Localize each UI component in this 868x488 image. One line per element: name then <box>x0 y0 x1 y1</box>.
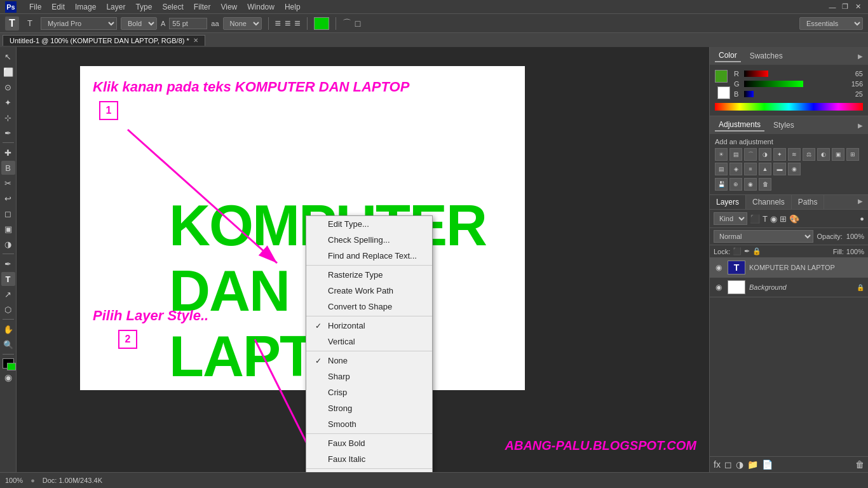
menu-image[interactable]: Image <box>75 3 96 11</box>
channels-tab[interactable]: Channels <box>746 195 792 209</box>
menu-help[interactable]: Help <box>285 3 301 11</box>
adj-curves[interactable]: ⌒ <box>744 148 757 161</box>
layer-item-background[interactable]: ◉ Background 🔒 <box>710 278 868 297</box>
swatches-tab[interactable]: Swatches <box>746 50 787 62</box>
adj-panel-arrow[interactable]: ▶ <box>858 122 863 129</box>
history-tool[interactable]: ↩ <box>1 191 15 205</box>
ctx-edit-type[interactable]: Edit Type... <box>306 216 432 232</box>
adj-levels[interactable]: ▤ <box>729 148 742 161</box>
lock-pixels-button[interactable]: ⬛ <box>733 247 742 255</box>
menu-edit[interactable]: Edit <box>51 3 65 11</box>
layers-tab[interactable]: Layers <box>710 195 746 209</box>
eraser-tool[interactable]: ◻ <box>1 207 15 220</box>
spot-heal-tool[interactable]: ✚ <box>1 146 15 159</box>
brush-tool[interactable]: B <box>1 161 15 175</box>
menu-select[interactable]: Select <box>162 3 183 11</box>
restore-button[interactable]: ❐ <box>840 2 850 12</box>
layer-group-button[interactable]: 📁 <box>747 459 758 470</box>
layer-filter-icon4[interactable]: ⊞ <box>780 214 787 224</box>
background-swatch[interactable] <box>717 86 730 99</box>
font-weight-select[interactable]: Bold <box>121 17 157 30</box>
ctx-horizontal[interactable]: ✓ Horizontal <box>306 318 432 334</box>
tab-close-button[interactable]: ✕ <box>193 37 198 44</box>
adj-hsl[interactable]: ≋ <box>788 148 801 161</box>
gradient-tool[interactable]: ▣ <box>1 222 15 236</box>
color-panel-arrow[interactable]: ▶ <box>858 53 863 60</box>
adj-exposure[interactable]: ◑ <box>759 148 771 161</box>
ctx-convert-paragraph[interactable]: Convert to Paragraph Text <box>306 470 432 472</box>
align-right-button[interactable]: ≡ <box>294 18 300 29</box>
adj-color-balance[interactable]: ⚖ <box>803 148 815 161</box>
workspace-select[interactable]: Essentials <box>799 17 863 30</box>
layers-panel-arrow[interactable]: ▶ <box>853 195 868 209</box>
layer-filter-icon2[interactable]: T <box>763 214 768 224</box>
type-tool[interactable]: T <box>1 272 15 286</box>
ctx-sharp[interactable]: Sharp <box>306 369 432 384</box>
document-tab[interactable]: Untitled-1 @ 100% (KOMPUTER DAN LAPTOP, … <box>3 35 205 46</box>
type-tool-icon[interactable]: T <box>5 17 19 30</box>
move-tool[interactable]: ↖ <box>1 50 15 64</box>
ctx-vertical[interactable]: Vertical <box>306 334 432 349</box>
foreground-color[interactable] <box>3 358 14 369</box>
adjustments-tab[interactable]: Adjustments <box>715 119 764 132</box>
menu-layer[interactable]: Layer <box>106 3 125 11</box>
red-bar[interactable] <box>744 71 841 77</box>
font-size-input[interactable] <box>169 18 207 29</box>
blue-bar[interactable] <box>744 91 841 97</box>
paths-tab[interactable]: Paths <box>792 195 825 209</box>
align-center-button[interactable]: ≡ <box>285 18 290 29</box>
ctx-smooth[interactable]: Smooth <box>306 416 432 432</box>
layer-adj-button[interactable]: ◑ <box>736 459 743 470</box>
blend-mode-select[interactable]: Normal <box>714 230 813 243</box>
ctx-strong[interactable]: Strong <box>306 400 432 416</box>
adj-trash[interactable]: 🗑 <box>759 178 771 191</box>
layer-filter-toggle[interactable]: ● <box>860 215 864 222</box>
menu-view[interactable]: View <box>220 3 237 11</box>
pen-tool[interactable]: ✒ <box>1 257 15 271</box>
ctx-find-replace[interactable]: Find and Replace Text... <box>306 248 432 264</box>
green-bar[interactable] <box>744 81 841 87</box>
ctx-faux-bold[interactable]: Faux Bold <box>306 435 432 451</box>
quick-mask-button[interactable]: ◉ <box>4 372 12 383</box>
layer-visibility-bg[interactable]: ◉ <box>714 283 724 292</box>
font-family-select[interactable]: Myriad Pro <box>41 17 117 30</box>
layer-kind-select[interactable]: Kind <box>714 212 747 225</box>
fill-value[interactable]: 100% <box>846 248 864 255</box>
adj-selective-color[interactable]: ◉ <box>788 163 801 175</box>
warp-text-button[interactable]: ⌒ <box>342 18 351 29</box>
eyedropper-tool[interactable]: ✒ <box>1 126 15 140</box>
layer-filter-icon5[interactable]: 🎨 <box>789 214 799 224</box>
ctx-none[interactable]: ✓ None <box>306 353 432 369</box>
menu-file[interactable]: File <box>29 3 41 11</box>
path-tool[interactable]: ↗ <box>1 287 15 301</box>
adj-invert[interactable]: ◈ <box>729 163 742 175</box>
adj-photo-filter[interactable]: ▣ <box>832 148 844 161</box>
adj-channel-mix[interactable]: ⊞ <box>846 148 859 161</box>
adj-vibrance[interactable]: ✦ <box>773 148 786 161</box>
adj-gradient-map[interactable]: ▬ <box>773 163 786 175</box>
shape-tool[interactable]: ⬡ <box>1 302 15 316</box>
align-left-button[interactable]: ≡ <box>275 18 281 29</box>
ctx-crisp[interactable]: Crisp <box>306 384 432 400</box>
zoom-tool[interactable]: 🔍 <box>1 337 15 351</box>
minimize-button[interactable]: — <box>827 2 837 12</box>
layer-fx-button[interactable]: fx <box>714 459 721 470</box>
color-tab[interactable]: Color <box>715 50 741 62</box>
foreground-swatch[interactable] <box>715 70 728 83</box>
hand-tool[interactable]: ✋ <box>1 322 15 336</box>
character-palette-button[interactable]: □ <box>355 18 360 29</box>
menu-filter[interactable]: Filter <box>194 3 211 11</box>
close-button[interactable]: ✕ <box>853 2 863 12</box>
layer-mask-button[interactable]: ◻ <box>724 459 732 470</box>
adj-color-lookup[interactable]: ▤ <box>715 163 728 175</box>
dodge-tool[interactable]: ◑ <box>1 237 15 251</box>
ctx-create-work-path[interactable]: Create Work Path <box>306 283 432 299</box>
lock-all-button[interactable]: 🔒 <box>752 247 761 255</box>
adj-save[interactable]: 💾 <box>715 178 728 191</box>
clone-tool[interactable]: ✂ <box>1 176 15 190</box>
lasso-tool[interactable]: ⊙ <box>1 80 15 94</box>
layer-visibility-text[interactable]: ◉ <box>714 263 724 272</box>
antialiasing-select[interactable]: None <box>223 17 262 30</box>
layer-filter-icon1[interactable]: ⬛ <box>750 214 760 224</box>
layer-filter-icon3[interactable]: ◉ <box>770 214 777 224</box>
